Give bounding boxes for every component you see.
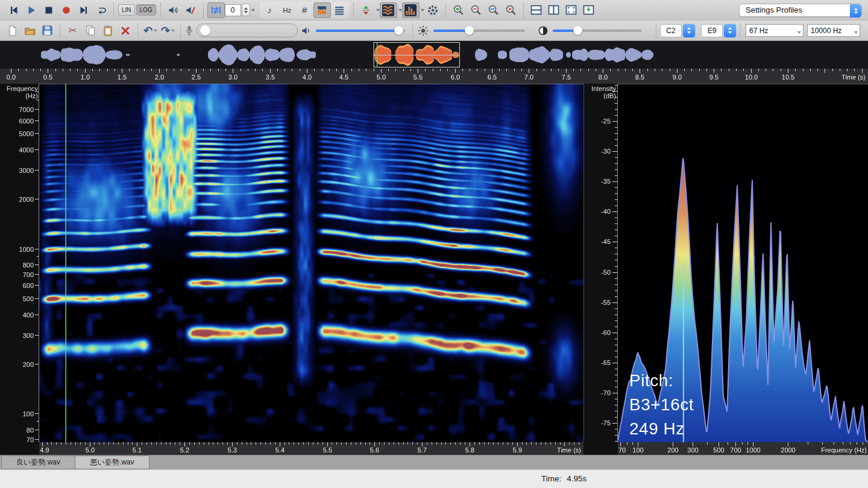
zoom-reset-button[interactable]: [502, 2, 520, 18]
mic-level-slider[interactable]: [197, 23, 298, 37]
skip-to-end-button[interactable]: [75, 2, 92, 18]
note-display-button[interactable]: ♪: [261, 2, 278, 18]
frequency-max-combo[interactable]: 10000 Hz: [807, 24, 860, 37]
waveform-view-button[interactable]: [313, 2, 331, 18]
mic-level-knob[interactable]: [200, 25, 210, 36]
settings-profiles-select[interactable]: Settings Profiles: [739, 4, 862, 17]
zoom-fit-width-button[interactable]: [485, 2, 502, 18]
record-icon: [60, 4, 72, 16]
zoom-out-icon: [470, 4, 482, 16]
open-file-icon: [24, 24, 37, 37]
stop-button[interactable]: [40, 2, 57, 18]
brightness-icon: [417, 24, 430, 37]
delete-button[interactable]: [116, 23, 134, 39]
skip-to-start-button[interactable]: [5, 2, 22, 18]
zoom-in-icon: [452, 4, 465, 16]
audio-output-button[interactable]: [165, 2, 182, 18]
redo-icon: ↷: [161, 24, 170, 37]
volume-slider[interactable]: [316, 26, 405, 36]
save-file-button[interactable]: [39, 23, 56, 39]
record-button[interactable]: [57, 2, 75, 18]
redo-menu-chevron-icon[interactable]: [171, 30, 175, 32]
contrast-slider[interactable]: [553, 26, 642, 36]
main-toolbar: LIN LOG 0 ♪ Hz #: [0, 0, 868, 20]
pitch-offset-menu-chevron-icon[interactable]: [251, 9, 255, 11]
pitch-readout: Pitch: B3+16ct 249 Hz: [629, 369, 694, 440]
split-views-menu-chevron-icon[interactable]: [376, 9, 380, 11]
frequency-min-value: 67 Hz: [749, 27, 768, 35]
mute-button[interactable]: [182, 2, 200, 18]
linear-scale-button[interactable]: LIN: [118, 4, 135, 16]
spectrogram-time-ruler[interactable]: [39, 442, 583, 455]
pitch-offset-value: 0: [231, 6, 235, 14]
overview-waveform[interactable]: [0, 41, 868, 69]
note-range-high-stepper[interactable]: [724, 24, 736, 37]
layout-maximize-button[interactable]: [562, 2, 580, 18]
frequency-min-combo[interactable]: 67 Hz: [746, 24, 804, 37]
new-file-button[interactable]: [4, 23, 21, 39]
status-time-value: 4.95s: [567, 474, 587, 483]
hz-display-button[interactable]: Hz: [278, 2, 296, 18]
settings-button[interactable]: [424, 2, 442, 18]
cut-button[interactable]: ✂: [64, 23, 81, 39]
pitch-offset-stepper[interactable]: [242, 4, 250, 16]
volume-knob[interactable]: [394, 26, 403, 35]
status-time-label: Time:: [541, 474, 561, 483]
tab-file-2[interactable]: 悪い姿勢.wav: [75, 455, 149, 469]
pitch-offset-field[interactable]: 0: [225, 4, 241, 16]
note-range-low-field[interactable]: C2: [660, 24, 682, 37]
contrast-icon: [537, 25, 549, 37]
note-range-high-field[interactable]: E9: [701, 24, 723, 37]
sharp-display-button[interactable]: #: [296, 2, 313, 18]
follow-playback-button[interactable]: [207, 2, 225, 18]
layout-detach-icon: [582, 4, 595, 16]
overview-time-ruler[interactable]: [0, 69, 868, 84]
paste-icon: [102, 24, 114, 37]
intensity-axis: [583, 84, 618, 455]
redo-button[interactable]: ↷: [159, 23, 177, 39]
spectrogram-view-button[interactable]: [380, 2, 397, 18]
open-file-button[interactable]: [21, 23, 39, 39]
play-button[interactable]: [22, 2, 40, 18]
loop-button[interactable]: [92, 2, 110, 18]
copy-button[interactable]: [81, 23, 99, 39]
note-range-high-value: E9: [708, 27, 717, 35]
split-views-button[interactable]: [357, 2, 375, 18]
undo-button[interactable]: ↶: [142, 23, 159, 39]
brightness-knob[interactable]: [465, 26, 474, 35]
file-tab-bar: 良い姿勢.wav 悪い姿勢.wav: [0, 455, 868, 469]
spectrum-menu-chevron-icon[interactable]: [421, 9, 424, 11]
list-view-icon: [333, 4, 345, 16]
tab-file-1[interactable]: 良い姿勢.wav: [1, 455, 75, 469]
loop-icon: [95, 4, 107, 16]
speaker-icon: [167, 4, 179, 16]
spectrum-view-icon: [404, 4, 417, 17]
layout-rows-button[interactable]: [527, 2, 545, 18]
brightness-slider[interactable]: [433, 26, 525, 36]
delete-icon: [119, 25, 131, 37]
log-scale-button[interactable]: LOG: [136, 4, 156, 16]
list-view-button[interactable]: [331, 2, 348, 18]
frequency-min-chevron-icon: [797, 31, 801, 34]
note-range-low-value: C2: [666, 27, 675, 35]
display-mode-group: ♪ Hz #: [260, 2, 350, 19]
zoom-in-button[interactable]: [450, 2, 467, 18]
contrast-knob[interactable]: [573, 26, 582, 35]
cut-icon: ✂: [69, 25, 77, 36]
undo-menu-chevron-icon[interactable]: [154, 30, 157, 32]
spectrogram-menu-chevron-icon[interactable]: [398, 9, 402, 11]
spectrogram-canvas[interactable]: [39, 84, 583, 442]
paste-button[interactable]: [99, 23, 116, 39]
volume-speaker-icon: [300, 25, 312, 37]
stop-icon: [43, 4, 55, 16]
frequency-max-value: 10000 Hz: [811, 27, 841, 35]
zoom-reset-icon: [505, 4, 517, 16]
layout-columns-button[interactable]: [545, 2, 562, 18]
layout-columns-icon: [547, 4, 560, 16]
note-range-low-stepper[interactable]: [683, 24, 695, 37]
layout-detach-button[interactable]: [580, 2, 597, 18]
zoom-out-button[interactable]: [467, 2, 485, 18]
spectrum-view-button[interactable]: [402, 2, 420, 18]
spectrum-frequency-ruler[interactable]: [618, 442, 868, 455]
log-label: LOG: [140, 7, 153, 13]
